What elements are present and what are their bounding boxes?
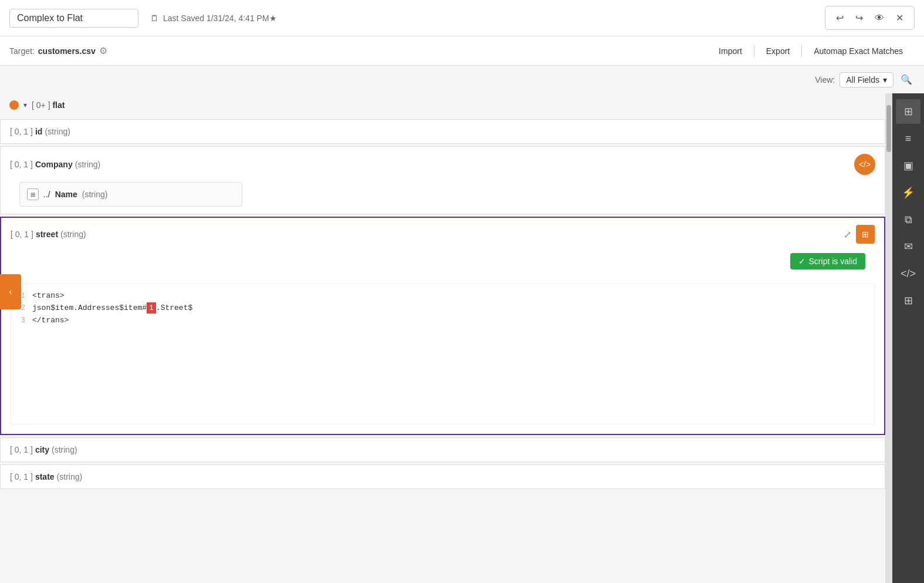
view-select[interactable]: All Fields ▾ bbox=[840, 72, 893, 87]
title-input[interactable] bbox=[9, 9, 138, 28]
save-timestamp: Last Saved 1/31/24, 4:41 PM★ bbox=[163, 14, 277, 23]
sidebar-grid-icon[interactable]: ⊞ bbox=[896, 288, 920, 313]
city-name: city bbox=[35, 445, 49, 454]
line-content-1: <trans> bbox=[32, 291, 65, 300]
chevron-down-icon: ▾ bbox=[883, 75, 887, 85]
field-row-state: [ 0, 1 ] state (string) bbox=[0, 464, 885, 489]
save-icon: 🗒 bbox=[150, 14, 158, 23]
undo-button[interactable]: ↩ bbox=[831, 10, 848, 26]
sidebar-code-tag-icon[interactable]: </> bbox=[896, 261, 920, 286]
id-bracket: [ 0, 1 ] bbox=[10, 127, 33, 136]
field-row-company: [ 0, 1 ] Company (string) </> ⊞ ../ Name… bbox=[0, 146, 885, 214]
search-icon[interactable]: 🔍 bbox=[898, 72, 915, 87]
toolbar: View: All Fields ▾ 🔍 bbox=[0, 66, 924, 93]
collapse-button[interactable]: ▾ bbox=[23, 101, 27, 109]
state-bracket: [ 0, 1 ] bbox=[10, 472, 33, 481]
field-info-id: [ 0, 1 ] id (string) bbox=[10, 127, 70, 136]
line-number-3: 3 bbox=[11, 316, 32, 325]
script-valid-badge: ✓ Script is valid bbox=[790, 253, 865, 269]
view-option-label: All Fields bbox=[846, 75, 879, 85]
scrollbar[interactable] bbox=[885, 93, 892, 583]
sidebar-plug-icon[interactable]: ⚡ bbox=[896, 180, 920, 205]
state-type: (string) bbox=[57, 472, 83, 481]
code-line-3: 3 </trans> bbox=[11, 315, 874, 326]
right-sidebar: ⊞ ≡ ▣ ⚡ ⧉ ✉ </> ⊞ bbox=[892, 93, 924, 583]
target-file: customers.csv bbox=[38, 46, 96, 56]
field-info-city: [ 0, 1 ] city (string) bbox=[10, 445, 77, 454]
field-info-company: [ 0, 1 ] Company (string) bbox=[10, 160, 100, 169]
sub-name: Name bbox=[55, 190, 77, 199]
main-area: ▾ [ 0+ ] flat [ 0, 1 ] id (string) [ 0, … bbox=[0, 93, 924, 583]
sub-row-grid-icon: ⊞ bbox=[27, 188, 39, 200]
street-header: [ 0, 1 ] street (string) ⤢ ⊞ bbox=[1, 218, 884, 251]
line-content-3: </trans> bbox=[32, 316, 69, 325]
sub-type: (string) bbox=[82, 190, 108, 199]
state-name: state bbox=[35, 472, 55, 481]
street-grid-icon[interactable]: ⊞ bbox=[856, 225, 875, 244]
header-controls: ↩ ↪ 👁 ✕ bbox=[825, 6, 915, 30]
export-button[interactable]: Export bbox=[754, 43, 801, 59]
code-line-2: 2 json$item.Addresses$item#1.Street$ bbox=[11, 301, 874, 315]
id-type: (string) bbox=[45, 127, 70, 136]
root-label: [ 0+ ] flat bbox=[32, 100, 65, 110]
save-info: 🗒 Last Saved 1/31/24, 4:41 PM★ bbox=[150, 14, 277, 23]
left-chevron-icon: ‹ bbox=[9, 287, 12, 297]
line-content-2: json$item.Addresses$item#1.Street$ bbox=[32, 302, 192, 314]
header: 🗒 Last Saved 1/31/24, 4:41 PM★ ↩ ↪ 👁 ✕ bbox=[0, 0, 924, 36]
city-bracket: [ 0, 1 ] bbox=[10, 445, 33, 454]
field-row-city: [ 0, 1 ] city (string) bbox=[0, 437, 885, 462]
street-controls: ⤢ ⊞ bbox=[844, 225, 875, 244]
street-bracket: [ 0, 1 ] bbox=[11, 230, 33, 239]
street-name: street bbox=[36, 230, 58, 239]
sidebar-list-icon[interactable]: ≡ bbox=[896, 126, 920, 151]
field-info-state: [ 0, 1 ] state (string) bbox=[10, 472, 82, 481]
company-code-icon[interactable]: </> bbox=[854, 154, 875, 175]
code-line-1: 1 <trans> bbox=[11, 290, 874, 301]
root-name: flat bbox=[52, 100, 65, 110]
company-name: Company bbox=[35, 160, 73, 169]
automap-button[interactable]: Automap Exact Matches bbox=[802, 43, 915, 59]
company-bracket: [ 0, 1 ] bbox=[10, 160, 33, 169]
checkmark-icon: ✓ bbox=[798, 257, 805, 266]
sidebar-table-icon[interactable]: ⊞ bbox=[896, 99, 920, 124]
expand-icon[interactable]: ⤢ bbox=[844, 229, 851, 240]
field-row-id: [ 0, 1 ] id (string) bbox=[0, 119, 885, 144]
street-type: (string) bbox=[60, 230, 86, 239]
gear-icon[interactable]: ⚙ bbox=[99, 45, 107, 56]
close-button[interactable]: ✕ bbox=[891, 10, 908, 26]
id-name: id bbox=[35, 127, 42, 136]
code-tag-icon: </> bbox=[859, 160, 871, 169]
script-valid-label: Script is valid bbox=[809, 257, 857, 266]
root-indicator bbox=[9, 100, 19, 110]
target-label: Target: bbox=[9, 46, 35, 56]
sidebar-check-icon[interactable]: ▣ bbox=[896, 153, 920, 178]
company-header: [ 0, 1 ] Company (string) </> bbox=[1, 147, 885, 182]
preview-button[interactable]: 👁 bbox=[870, 11, 889, 26]
subheader: Target: customers.csv ⚙ Import Export Au… bbox=[0, 36, 924, 66]
code-editor[interactable]: 1 <trans> 2 json$item.Addresses$item#1.S… bbox=[11, 284, 875, 424]
content-area: ▾ [ 0+ ] flat [ 0, 1 ] id (string) [ 0, … bbox=[0, 93, 885, 583]
sub-path: ../ bbox=[43, 190, 50, 199]
root-bracket: [ 0+ ] bbox=[32, 100, 50, 110]
root-row: ▾ [ 0+ ] flat bbox=[0, 93, 885, 117]
subheader-actions: Import Export Automap Exact Matches bbox=[707, 43, 915, 59]
field-info-street: [ 0, 1 ] street (string) bbox=[11, 230, 86, 239]
company-type: (string) bbox=[75, 160, 101, 169]
view-label: View: bbox=[815, 75, 835, 85]
city-type: (string) bbox=[52, 445, 77, 454]
import-button[interactable]: Import bbox=[707, 43, 754, 59]
company-sub-row: ⊞ ../ Name (string) bbox=[19, 182, 242, 207]
sidebar-mail-icon[interactable]: ✉ bbox=[896, 234, 920, 259]
cursor: 1 bbox=[147, 302, 156, 314]
target-section: Target: customers.csv ⚙ bbox=[9, 45, 107, 56]
sidebar-copy-icon[interactable]: ⧉ bbox=[896, 207, 920, 232]
field-row-street: [ 0, 1 ] street (string) ⤢ ⊞ ✓ Script is… bbox=[0, 217, 885, 435]
redo-button[interactable]: ↪ bbox=[851, 10, 868, 26]
left-panel-tab[interactable]: ‹ bbox=[0, 274, 21, 309]
scrollbar-thumb[interactable] bbox=[886, 105, 891, 152]
